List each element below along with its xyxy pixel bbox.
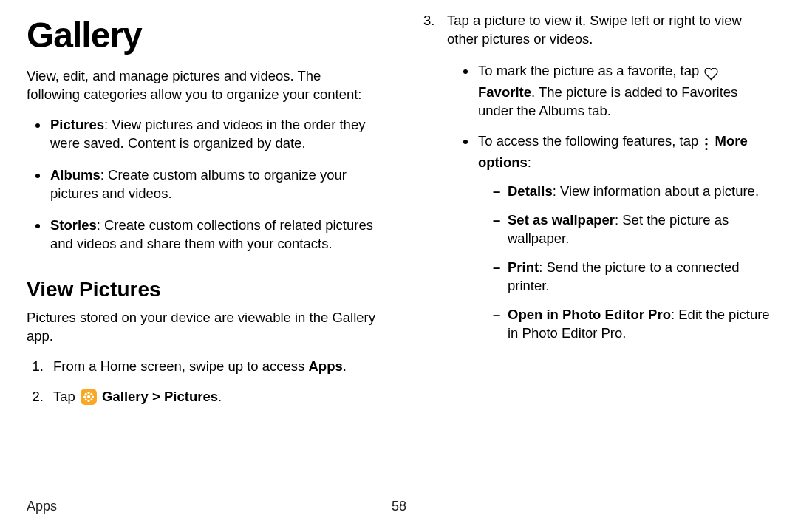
heart-icon (704, 65, 718, 83)
page-footer: Apps 58 (27, 499, 771, 514)
steps-list-left: From a Home screen, swipe up to access A… (27, 358, 378, 406)
text-a: To mark the picture as a favorite, tap (478, 63, 703, 78)
favorite-label: Favorite (478, 84, 531, 100)
steps-list-right: Tap a picture to view it. Swipe left or … (420, 12, 771, 343)
svg-point-10 (706, 143, 708, 145)
period: . (218, 389, 222, 404)
svg-point-11 (706, 148, 708, 150)
more-options-icon (703, 135, 709, 154)
view-pictures-heading: View Pictures (27, 276, 378, 304)
footer-section: Apps (27, 499, 57, 514)
two-column-layout: Gallery View, edit, and manage pictures … (27, 7, 771, 418)
label: Open in Photo Editor Pro (508, 307, 671, 322)
page-title: Gallery (27, 12, 378, 60)
desc: : Send the picture to a connected printe… (508, 259, 740, 293)
svg-point-3 (83, 396, 86, 398)
chevron: > (149, 389, 164, 404)
more-options-list: Details: View information about a pictur… (478, 183, 771, 343)
opt-details: Details: View information about a pictur… (494, 183, 771, 201)
category-stories: Stories: Create custom collections of re… (49, 216, 378, 253)
period: . (343, 358, 347, 374)
step-1: From a Home screen, swipe up to access A… (47, 358, 378, 376)
text: Tap a picture to view it. Swipe left or … (447, 13, 742, 47)
favorite-item: To mark the picture as a favorite, tap F… (477, 62, 771, 120)
desc: : Create custom collections of related p… (50, 217, 373, 251)
view-pictures-desc: Pictures stored on your device are viewa… (27, 309, 378, 346)
svg-point-0 (87, 395, 90, 398)
svg-point-8 (90, 399, 92, 401)
label: Stories (50, 217, 97, 233)
svg-point-1 (87, 392, 89, 394)
label: Pictures (50, 117, 104, 132)
right-column: Tap a picture to view it. Swipe left or … (420, 7, 771, 418)
opt-wallpaper: Set as wallpaper: Set the picture as wal… (494, 211, 771, 248)
step3-sublist: To mark the picture as a favorite, tap F… (447, 62, 771, 343)
svg-point-6 (90, 393, 92, 395)
text: Tap (53, 389, 79, 404)
gallery-icon (81, 389, 97, 405)
label: Set as wallpaper (508, 212, 615, 228)
pictures-label: Pictures (164, 389, 218, 404)
step-3: Tap a picture to view it. Swipe left or … (420, 12, 771, 343)
label: Details (508, 183, 553, 199)
category-albums: Albums: Create custom albums to organize… (49, 166, 378, 203)
manual-page: Gallery View, edit, and manage pictures … (0, 0, 798, 532)
svg-point-4 (92, 396, 94, 398)
categories-list: Pictures: View pictures and videos in th… (27, 116, 378, 253)
more-options-item: To access the following features, tap Mo… (477, 132, 771, 343)
svg-point-7 (85, 399, 87, 401)
text: From a Home screen, swipe up to access (53, 358, 308, 374)
colon: : (528, 154, 531, 170)
opt-print: Print: Send the picture to a connected p… (494, 259, 771, 296)
label: Print (508, 259, 539, 275)
svg-point-5 (85, 393, 87, 395)
svg-point-9 (706, 138, 708, 140)
text-a: To access the following features, tap (478, 133, 702, 149)
step-2: Tap Gallery > Pictures. (47, 388, 378, 406)
category-pictures: Pictures: View pictures and videos in th… (49, 116, 378, 153)
apps-label: Apps (308, 358, 342, 374)
gallery-label: Gallery (102, 389, 149, 404)
svg-point-2 (87, 400, 89, 402)
label: Albums (50, 167, 100, 183)
desc: : View information about a picture. (553, 183, 759, 199)
left-column: Gallery View, edit, and manage pictures … (27, 7, 378, 418)
opt-photo-editor: Open in Photo Editor Pro: Edit the pictu… (494, 306, 771, 343)
intro-paragraph: View, edit, and manage pictures and vide… (27, 67, 378, 104)
footer-page-number: 58 (392, 499, 406, 514)
